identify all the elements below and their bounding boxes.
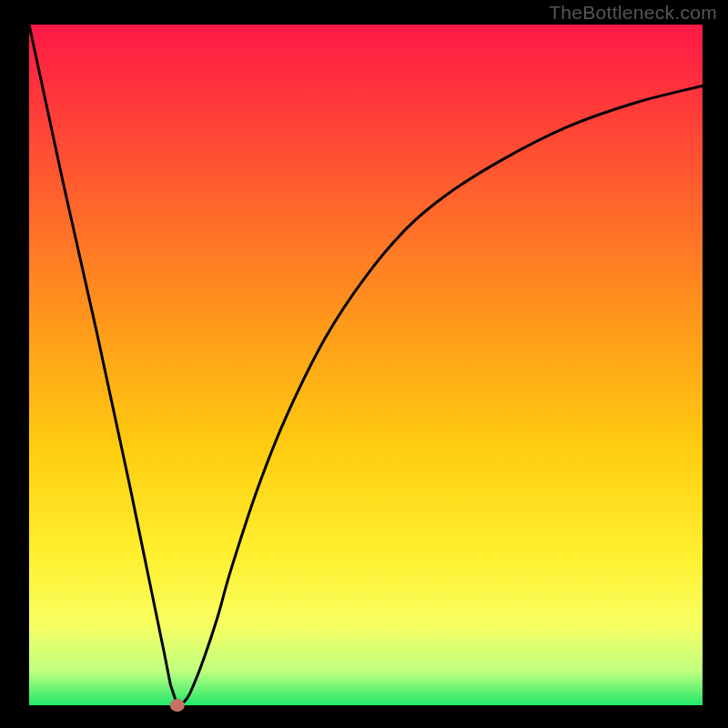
bottleneck-chart bbox=[0, 0, 728, 728]
chart-frame: TheBottleneck.com bbox=[0, 0, 728, 728]
plot-background bbox=[29, 25, 703, 705]
optimum-marker bbox=[170, 699, 185, 712]
watermark-text: TheBottleneck.com bbox=[549, 2, 717, 24]
